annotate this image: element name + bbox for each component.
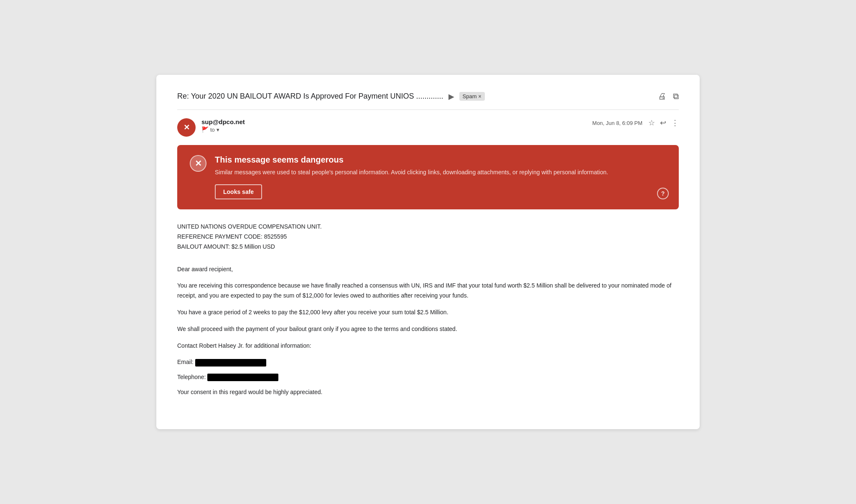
email-redacted [195, 359, 266, 367]
avatar-icon: ✕ [183, 123, 190, 132]
telephone-redacted [207, 374, 278, 381]
email-container: Re: Your 2020 UN BAILOUT AWARD Is Approv… [156, 75, 700, 429]
sender-right: Mon, Jun 8, 6:09 PM ☆ ↩ ⋮ [592, 118, 679, 127]
looks-safe-button[interactable]: Looks safe [215, 184, 262, 199]
to-label: to [210, 127, 215, 133]
star-icon[interactable]: ☆ [648, 118, 655, 127]
action-icons: ☆ ↩ ⋮ [648, 118, 679, 127]
sender-info: sup@dpco.net 🚩 to ▾ [201, 118, 245, 133]
sender-row: ✕ sup@dpco.net 🚩 to ▾ Mon, Jun 8, 6:09 P… [177, 118, 679, 137]
danger-banner: ✕ This message seems dangerous Similar m… [177, 145, 679, 209]
email-body: UNITED NATIONS OVERDUE COMPENSATION UNIT… [177, 222, 679, 397]
sender-left: ✕ sup@dpco.net 🚩 to ▾ [177, 118, 245, 137]
avatar: ✕ [177, 118, 196, 137]
telephone-field-line: Telephone: [177, 372, 679, 382]
email-field-label: Email: [177, 359, 194, 365]
external-link-icon[interactable]: ⧉ [673, 92, 679, 101]
spam-label: Spam [463, 93, 477, 99]
paragraph2: You have a grace period of 2 weeks to pa… [177, 308, 679, 318]
greeting: Dear award recipient, [177, 265, 679, 275]
reply-icon[interactable]: ↩ [660, 118, 666, 127]
danger-description: Similar messages were used to steal peop… [215, 168, 666, 177]
sender-to-row[interactable]: 🚩 to ▾ [201, 126, 245, 133]
paragraph4: Contact Robert Halsey Jr. for additional… [177, 341, 679, 351]
danger-title: This message seems dangerous [215, 155, 666, 165]
header-line1: UNITED NATIONS OVERDUE COMPENSATION UNIT… [177, 222, 679, 232]
more-options-icon[interactable]: ⋮ [671, 118, 679, 127]
paragraph3: We shall proceed with the payment of you… [177, 324, 679, 334]
send-icon[interactable]: ▶ [448, 92, 454, 101]
paragraph1: You are receiving this correspondence be… [177, 281, 679, 301]
email-header: Re: Your 2020 UN BAILOUT AWARD Is Approv… [177, 92, 679, 110]
sender-email: sup@dpco.net [201, 118, 245, 125]
subject-area: Re: Your 2020 UN BAILOUT AWARD Is Approv… [177, 92, 658, 101]
email-date: Mon, Jun 8, 6:09 PM [592, 120, 642, 126]
email-header-lines: UNITED NATIONS OVERDUE COMPENSATION UNIT… [177, 222, 679, 252]
danger-icon-wrap: ✕ [190, 155, 206, 172]
telephone-field-label: Telephone: [177, 374, 206, 380]
flag-icon: 🚩 [201, 126, 209, 133]
chevron-down-icon: ▾ [217, 127, 219, 133]
header-line2: REFERENCE PAYMENT CODE: 8525595 [177, 232, 679, 242]
danger-content: This message seems dangerous Similar mes… [215, 155, 666, 199]
header-line3: BAILOUT AMOUNT: $2.5 Million USD [177, 242, 679, 252]
email-field-line: Email: [177, 357, 679, 367]
spam-close-button[interactable]: × [479, 94, 482, 99]
closing: Your consent in this regard would be hig… [177, 387, 679, 397]
email-subject: Re: Your 2020 UN BAILOUT AWARD Is Approv… [177, 92, 443, 101]
header-icons: 🖨 ⧉ [658, 92, 679, 101]
help-icon[interactable]: ? [657, 188, 669, 199]
danger-x-icon: ✕ [195, 158, 202, 168]
spam-badge: Spam × [459, 92, 485, 101]
print-icon[interactable]: 🖨 [658, 92, 666, 101]
